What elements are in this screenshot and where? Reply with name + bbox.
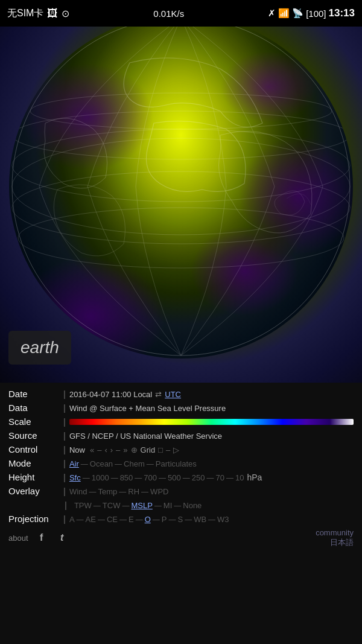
- overlay-wpd[interactable]: WPD: [150, 487, 168, 496]
- height-10[interactable]: 10: [235, 473, 244, 482]
- signal-icon: 📡: [292, 8, 303, 19]
- overlay-tcw[interactable]: TCW: [103, 501, 121, 510]
- mode-row: Mode | Air — Ocean — Chem — Particulates: [8, 458, 354, 468]
- about-section: about f t: [8, 531, 69, 545]
- height-row: Height | Sfc — 1000 — 850 — 700 — 500 — …: [8, 472, 354, 482]
- svg-point-3: [12, 138, 350, 235]
- height-250[interactable]: 250: [192, 473, 205, 482]
- community-link[interactable]: community: [316, 528, 354, 537]
- height-700[interactable]: 700: [144, 473, 157, 482]
- earth-label[interactable]: earth: [8, 331, 71, 365]
- proj-e[interactable]: E: [129, 515, 134, 524]
- ctrl-dash1: –: [97, 445, 101, 454]
- overlay-rh[interactable]: RH: [128, 487, 139, 496]
- proj-s[interactable]: S: [177, 515, 183, 524]
- japanese-link[interactable]: 日本語: [316, 537, 354, 548]
- info-panel: Date | 2016-04-07 11:00 Local ⇄ UTC Data…: [0, 383, 362, 644]
- status-left: 无SIM卡 🖼 ⊙: [7, 7, 69, 20]
- about-label[interactable]: about: [8, 534, 28, 543]
- proj-p[interactable]: P: [162, 515, 167, 524]
- scale-label: Scale: [8, 416, 60, 427]
- globe-grid: [9, 27, 353, 359]
- data-speed: 0.01K/s: [153, 8, 184, 19]
- globe-area[interactable]: [0, 27, 362, 383]
- mode-sep: |: [63, 458, 66, 468]
- mode-chem[interactable]: Chem: [124, 459, 145, 468]
- control-sep: |: [63, 444, 66, 454]
- source-sep: |: [63, 430, 66, 441]
- control-now[interactable]: Now: [69, 445, 85, 454]
- overlay-row2: | TPW — TCW — MSLP — MI — None: [8, 500, 354, 510]
- photo-icon: 🖼: [47, 7, 58, 20]
- mode-particulates[interactable]: Particulates: [156, 459, 197, 468]
- control-row: Control | Now « – ‹ › – » ⊕ Grid □ – ▷: [8, 444, 354, 454]
- globe-circle: [9, 27, 353, 359]
- proj-o[interactable]: O: [145, 515, 151, 524]
- data-label: Data: [8, 403, 60, 413]
- proj-a[interactable]: A: [69, 515, 75, 524]
- facebook-icon[interactable]: f: [34, 531, 49, 545]
- proj-w3[interactable]: W3: [217, 515, 229, 524]
- wifi-icon: 📶: [278, 8, 290, 19]
- control-symbols: « – ‹ › – » ⊕ Grid □ – ▷: [90, 445, 179, 454]
- overlay-row: Overlay | Wind — Temp — RH — WPD: [8, 486, 354, 496]
- date-row: Date | 2016-04-07 11:00 Local ⇄ UTC: [8, 389, 354, 399]
- svg-point-2: [12, 129, 350, 202]
- projection-row: Projection | A — AE — CE — E — O — P — S…: [8, 514, 354, 524]
- android-icon: ⊙: [62, 8, 69, 19]
- projection-sep: |: [63, 514, 66, 524]
- overlay-sub-sep: |: [65, 500, 67, 510]
- overlay-none[interactable]: None: [183, 501, 202, 510]
- ctrl-dash3: –: [166, 445, 170, 454]
- carrier-label: 无SIM卡: [7, 7, 43, 20]
- height-70[interactable]: 70: [215, 473, 224, 482]
- ctrl-prev-prev[interactable]: «: [90, 445, 94, 454]
- source-row: Source | GFS / NCEP / US National Weathe…: [8, 430, 354, 441]
- mode-label: Mode: [8, 458, 60, 468]
- data-value[interactable]: Wind @ Surface + Mean Sea Level Pressure: [69, 404, 226, 413]
- height-1000[interactable]: 1000: [92, 473, 109, 482]
- ctrl-box[interactable]: □: [158, 445, 163, 454]
- date-arrow: ⇄: [155, 390, 162, 399]
- overlay-tpw[interactable]: TPW: [74, 501, 92, 510]
- ctrl-play[interactable]: ▷: [173, 445, 179, 454]
- data-sep: |: [63, 403, 66, 413]
- overlay-wind[interactable]: Wind: [69, 487, 87, 496]
- date-utc[interactable]: UTC: [165, 390, 181, 399]
- proj-ae[interactable]: AE: [86, 515, 96, 524]
- height-unit: hPa: [247, 473, 262, 482]
- twitter-icon[interactable]: t: [55, 531, 69, 545]
- proj-ce[interactable]: CE: [107, 515, 118, 524]
- ctrl-next[interactable]: ›: [110, 445, 113, 454]
- source-value[interactable]: GFS / NCEP / US National Weather Service: [69, 432, 222, 441]
- height-sep: |: [63, 472, 66, 482]
- overlay-mi[interactable]: MI: [164, 501, 172, 510]
- ctrl-next-next[interactable]: »: [123, 445, 127, 454]
- status-right: ✗ 📶 📡 [100] 13:13: [268, 7, 355, 19]
- time-label: 13:13: [329, 7, 355, 19]
- height-500[interactable]: 500: [168, 473, 181, 482]
- ctrl-dash2: –: [116, 445, 120, 454]
- overlay-temp[interactable]: Temp: [98, 487, 118, 496]
- scale-gradient: [69, 419, 354, 425]
- scale-sep: |: [63, 416, 66, 427]
- height-850[interactable]: 850: [120, 473, 133, 482]
- status-bar: 无SIM卡 🖼 ⊙ 0.01K/s ✗ 📶 📡 [100] 13:13: [0, 0, 362, 27]
- mode-air[interactable]: Air: [69, 459, 79, 468]
- overlay-label: Overlay: [8, 486, 60, 496]
- scale-row: Scale |: [8, 416, 354, 427]
- ctrl-grid[interactable]: Grid: [141, 445, 156, 454]
- date-value[interactable]: 2016-04-07 11:00 Local: [69, 390, 152, 399]
- bottom-row: about f t community 日本語: [8, 528, 354, 548]
- date-label: Date: [8, 389, 60, 399]
- height-sfc[interactable]: Sfc: [69, 473, 81, 482]
- overlay-mslp[interactable]: MSLP: [131, 501, 152, 510]
- height-label: Height: [8, 472, 60, 482]
- proj-wb[interactable]: WB: [194, 515, 206, 524]
- mode-ocean[interactable]: Ocean: [90, 459, 113, 468]
- ctrl-prev[interactable]: ‹: [104, 445, 107, 454]
- ctrl-globe[interactable]: ⊕: [131, 445, 138, 454]
- overlay-sep: |: [63, 486, 66, 496]
- control-label: Control: [8, 444, 60, 454]
- data-row: Data | Wind @ Surface + Mean Sea Level P…: [8, 403, 354, 413]
